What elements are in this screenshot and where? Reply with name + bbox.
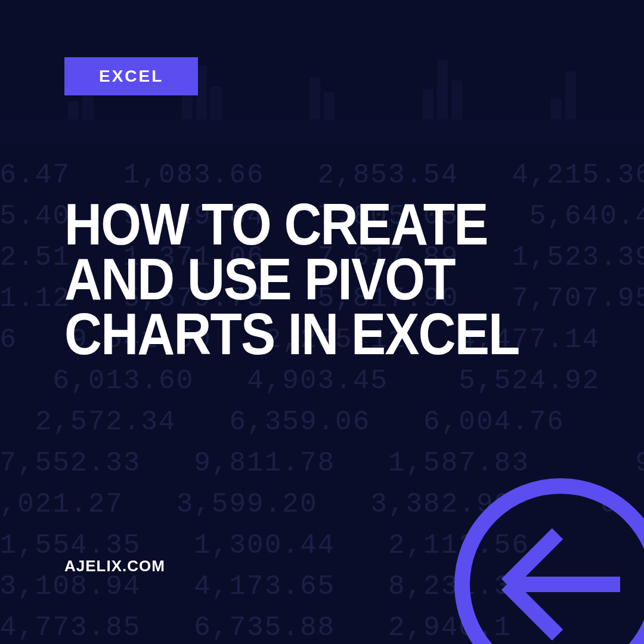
main-title: HOW TO CREATE AND USE PIVOT CHARTS IN EX… xyxy=(64,197,532,361)
arrow-left-icon xyxy=(447,471,644,644)
background-header-row xyxy=(0,119,644,144)
brand-text: AJELIX.COM xyxy=(64,557,165,575)
category-tag: EXCEL xyxy=(64,57,198,95)
